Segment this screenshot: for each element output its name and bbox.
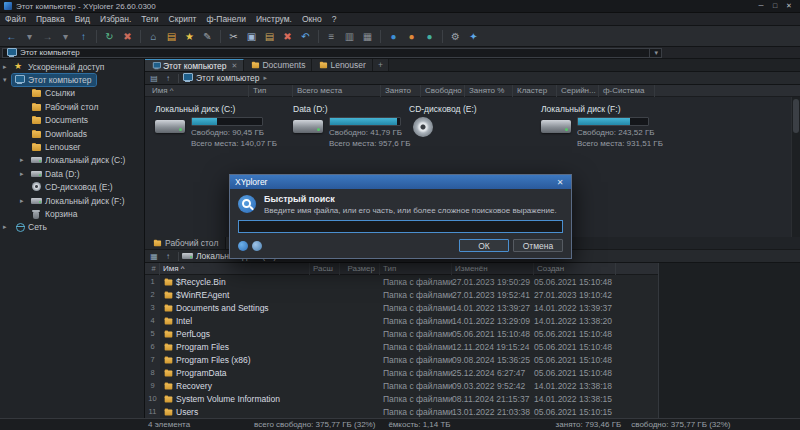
forward-dropdown-icon[interactable]: ▾ bbox=[57, 28, 74, 45]
copy-icon[interactable]: ▣ bbox=[243, 28, 260, 45]
toolbar-separator[interactable] bbox=[140, 30, 141, 43]
new-folder-icon[interactable]: ▤ bbox=[163, 28, 180, 45]
tab-this-pc[interactable]: Этот компьютер ✕ bbox=[145, 59, 244, 71]
cancel-button[interactable]: Отмена bbox=[513, 239, 563, 252]
grid-view-icon[interactable]: ▦ bbox=[147, 252, 161, 261]
sidebar-item-drive-f[interactable]: ▸ Локальный диск (F:) bbox=[0, 194, 144, 207]
table-row[interactable]: 6 Program Files Папка с файлами 12.11.20… bbox=[145, 340, 658, 353]
dialog-close-icon[interactable]: ✕ bbox=[554, 178, 566, 187]
up-icon[interactable]: ↑ bbox=[75, 28, 92, 45]
column-header-created[interactable]: Создан bbox=[534, 263, 616, 275]
menu-item[interactable]: Вид bbox=[70, 14, 95, 24]
expander-icon[interactable]: ▸ bbox=[20, 156, 29, 164]
dialog-title-bar[interactable]: XYplorer ✕ bbox=[230, 175, 571, 189]
table-row[interactable]: 5 PerfLogs Папка с файлами 05.06.2021 15… bbox=[145, 327, 658, 340]
menu-item[interactable]: Окно bbox=[297, 14, 327, 24]
menu-item[interactable]: Файл bbox=[0, 14, 31, 24]
sidebar-item-drive-c[interactable]: ▸ Локальный диск (C:) bbox=[0, 154, 144, 167]
sphere-blue-icon[interactable]: ● bbox=[385, 28, 402, 45]
favorites-icon[interactable]: ★ bbox=[181, 28, 198, 45]
table-row[interactable]: 10 System Volume Information Папка с фай… bbox=[145, 392, 658, 405]
sphere-teal-icon[interactable]: ● bbox=[421, 28, 438, 45]
table-row[interactable]: 1 $Recycle.Bin Папка с файлами 27.01.202… bbox=[145, 275, 658, 288]
tree-toggle-icon[interactable]: ≡ bbox=[323, 28, 340, 45]
settings-icon[interactable]: ⚙ bbox=[447, 28, 464, 45]
sidebar-item-documents[interactable]: Documents bbox=[0, 114, 144, 127]
edit-icon[interactable]: ✎ bbox=[199, 28, 216, 45]
column-header[interactable]: Кластер bbox=[513, 85, 557, 97]
column-header-name[interactable]: Имя ^ bbox=[160, 263, 310, 275]
vertical-scrollbar[interactable] bbox=[791, 97, 800, 237]
menu-item[interactable]: Теги bbox=[136, 14, 163, 24]
menu-item[interactable]: ? bbox=[327, 14, 342, 24]
sidebar-item-quick-access[interactable]: ▸ Ускоренный доступ bbox=[0, 60, 144, 73]
toolbar-separator[interactable] bbox=[96, 30, 97, 43]
cut-icon[interactable]: ✂ bbox=[225, 28, 242, 45]
drive-tile-e[interactable]: CD-дисковод (E:) bbox=[409, 104, 531, 148]
table-row[interactable]: 2 $WinREAgent Папка с файлами 27.01.2023… bbox=[145, 288, 658, 301]
paste-icon[interactable]: ▤ bbox=[261, 28, 278, 45]
expander-icon[interactable]: ▾ bbox=[3, 76, 12, 84]
table-row[interactable]: 3 Documents and Settings Папка с файлами… bbox=[145, 301, 658, 314]
drive-tile-c[interactable]: Локальный диск (C:) Свободно: 90,45 ГБ В… bbox=[155, 104, 283, 148]
table-row[interactable]: 4 Intel Папка с файлами 14.01.2022 13:29… bbox=[145, 314, 658, 327]
sidebar-item-desktop[interactable]: Рабочий стол bbox=[0, 100, 144, 113]
drive-tile-f[interactable]: Локальный диск (F:) Свободно: 243,52 ГБ … bbox=[541, 104, 673, 148]
scrollbar-thumb[interactable] bbox=[793, 99, 799, 133]
close-button[interactable]: ✕ bbox=[782, 2, 796, 10]
column-header[interactable]: ф-Система bbox=[599, 85, 655, 97]
tab-documents[interactable]: Documents bbox=[244, 59, 312, 71]
back-dropdown-icon[interactable]: ▾ bbox=[21, 28, 38, 45]
sphere-orange-icon[interactable]: ● bbox=[403, 28, 420, 45]
up-icon[interactable]: ↑ bbox=[161, 252, 175, 261]
column-header[interactable]: Занято bbox=[381, 85, 421, 97]
menu-item[interactable]: Правка bbox=[31, 14, 70, 24]
column-header-modified[interactable]: Изменён bbox=[452, 263, 534, 275]
panel-toggle-icon[interactable]: ▤ bbox=[147, 74, 161, 83]
menu-item[interactable]: ф-Панели bbox=[201, 14, 251, 24]
column-header-index[interactable]: # bbox=[145, 263, 160, 275]
column-header-size[interactable]: Размер bbox=[340, 263, 380, 275]
table-row[interactable]: 11 Users Папка с файлами 13.01.2022 21:0… bbox=[145, 405, 658, 418]
table-row[interactable]: 9 Recovery Папка с файлами 09.03.2022 9:… bbox=[145, 379, 658, 392]
column-header-ext[interactable]: Расш bbox=[310, 263, 340, 275]
drive-tile-d[interactable]: Data (D:) Свободно: 41,79 ГБ Всего места… bbox=[293, 104, 399, 148]
tab-new[interactable]: + bbox=[373, 59, 389, 71]
column-header[interactable]: Свободно bbox=[421, 85, 465, 97]
column-header[interactable]: Тип bbox=[249, 85, 293, 97]
sidebar-item-links[interactable]: Ссылки bbox=[0, 87, 144, 100]
address-combobox[interactable]: Этот компьютер ▾ bbox=[2, 48, 662, 58]
sidebar-item-drive-d[interactable]: ▸ Data (D:) bbox=[0, 167, 144, 180]
column-header[interactable]: Имя ^ bbox=[145, 85, 249, 97]
chevron-right-icon[interactable]: ▸ bbox=[264, 74, 268, 82]
delete-icon[interactable]: ✖ bbox=[279, 28, 296, 45]
flat-view-icon[interactable]: ▦ bbox=[359, 28, 376, 45]
toolbar-separator[interactable] bbox=[380, 30, 381, 43]
forward-icon[interactable]: → bbox=[39, 28, 56, 45]
up-icon[interactable]: ↑ bbox=[161, 74, 175, 83]
address-dropdown-icon[interactable]: ▾ bbox=[649, 49, 658, 57]
tools-icon[interactable]: ✦ bbox=[465, 28, 482, 45]
menu-item[interactable]: Скрипт bbox=[164, 14, 202, 24]
expander-icon[interactable]: ▸ bbox=[20, 197, 29, 205]
column-header-type[interactable]: Тип bbox=[380, 263, 452, 275]
toolbar-separator[interactable] bbox=[442, 30, 443, 43]
refresh-icon[interactable]: ↻ bbox=[101, 28, 118, 45]
undo-icon[interactable]: ↶ bbox=[297, 28, 314, 45]
column-header[interactable]: Серийн... bbox=[557, 85, 599, 97]
search-option-icon-2[interactable] bbox=[252, 241, 262, 251]
ok-button[interactable]: ОК bbox=[459, 239, 509, 252]
minimize-button[interactable]: ─ bbox=[754, 2, 768, 10]
sidebar-item-recycle-bin[interactable]: Корзина bbox=[0, 207, 144, 220]
maximize-button[interactable]: □ bbox=[768, 2, 782, 10]
home-icon[interactable]: ⌂ bbox=[145, 28, 162, 45]
stop-icon[interactable]: ✖ bbox=[119, 28, 136, 45]
sidebar-item-network[interactable]: ▸ Сеть bbox=[0, 221, 144, 234]
sidebar-item-drive-e[interactable]: CD-дисковод (E:) bbox=[0, 181, 144, 194]
sidebar-item-lenouser[interactable]: Lenouser bbox=[0, 140, 144, 153]
sidebar-item-downloads[interactable]: Downloads bbox=[0, 127, 144, 140]
column-header[interactable]: Занято % bbox=[465, 85, 513, 97]
tab-lenouser[interactable]: Lenouser bbox=[312, 59, 372, 71]
table-row[interactable]: 7 Program Files (x86) Папка с файлами 09… bbox=[145, 353, 658, 366]
expander-icon[interactable]: ▸ bbox=[3, 63, 12, 71]
